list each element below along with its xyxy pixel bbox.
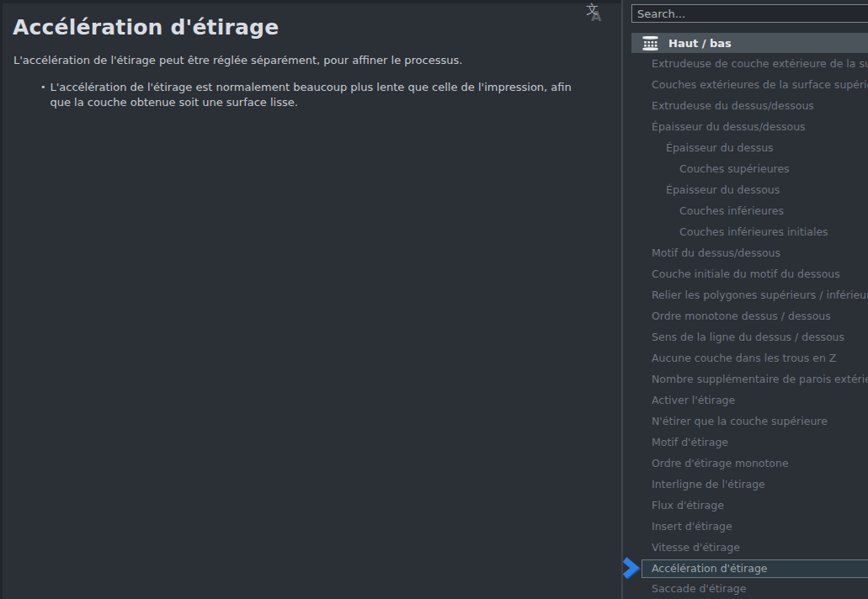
- sidebar-item-label: Ordre d'étirage monotone: [652, 457, 789, 469]
- category-header-label: Haut / bas: [668, 37, 732, 50]
- sidebar-item[interactable]: Motif d'étirage: [623, 432, 868, 453]
- sidebar-item-label: Nombre supplémentaire de parois extérieu…: [652, 373, 868, 385]
- sidebar-item[interactable]: Épaisseur du dessous: [623, 179, 868, 200]
- setting-description-panel: A 文 Accélération d'étirage L'accélératio…: [3, 3, 621, 599]
- translate-icon[interactable]: A 文: [586, 3, 604, 25]
- sidebar-item-label: Activer l'étirage: [652, 394, 735, 406]
- sidebar-item[interactable]: Ordre monotone dessus / dessous: [623, 305, 868, 326]
- sidebar-item-label: Couches extérieures de la surface supéri…: [652, 78, 868, 91]
- sidebar-item-label: Épaisseur du dessus/dessous: [652, 120, 806, 133]
- top-bottom-icon: [642, 36, 659, 50]
- sidebar-item-label: Accélération d'étirage: [652, 562, 768, 575]
- sidebar-item[interactable]: N'étirer que la couche supérieure: [623, 411, 868, 432]
- sidebar-item[interactable]: Extrudeuse de couche extérieure de la su…: [623, 53, 868, 74]
- sidebar-item-label: Motif d'étirage: [652, 436, 728, 448]
- bullet-dot: •: [40, 80, 46, 109]
- sidebar-item-label: Flux d'étirage: [652, 499, 724, 512]
- sidebar-item-label: Saccade d'étirage: [652, 582, 746, 595]
- sidebar-item[interactable]: Couches supérieures: [623, 158, 868, 179]
- sidebar-item-label: Épaisseur du dessus: [666, 141, 774, 154]
- sidebar-item-label: Sens de la ligne du dessus / dessous: [652, 331, 844, 343]
- sidebar-item-label: Épaisseur du dessous: [666, 183, 780, 196]
- sidebar-item[interactable]: Relier les polygones supérieurs / inféri…: [623, 284, 868, 305]
- sidebar-item-label: Motif du dessus/dessous: [652, 246, 780, 259]
- sidebar-item-label: N'étirer que la couche supérieure: [652, 415, 828, 427]
- sidebar-item[interactable]: Activer l'étirage: [623, 390, 868, 411]
- sidebar-item-label: Vitesse d'étirage: [652, 541, 740, 554]
- sidebar-item[interactable]: Épaisseur du dessus/dessous: [623, 116, 868, 137]
- sidebar-item-label: Extrudeuse du dessus/dessous: [652, 99, 814, 112]
- sidebar-item-label: Aucune couche dans les trous en Z: [652, 352, 836, 364]
- sidebar-item[interactable]: Couches inférieures: [623, 200, 868, 221]
- sidebar-item-label: Couches inférieures initiales: [679, 225, 828, 238]
- selected-item-chevron-icon: [621, 557, 643, 580]
- setting-description: L'accélération de l'étirage peut être ré…: [13, 54, 621, 66]
- sidebar-item[interactable]: Sens de la ligne du dessus / dessous: [623, 326, 868, 347]
- settings-item-list: Extrudeuse de couche extérieure de la su…: [623, 53, 868, 599]
- sidebar-item-label: Couche initiale du motif du dessous: [652, 268, 840, 280]
- sidebar-item[interactable]: Couches inférieures initiales: [623, 221, 868, 242]
- sidebar-item-label: Interligne de l'étirage: [652, 478, 765, 490]
- sidebar-item-label: Ordre monotone dessus / dessous: [652, 310, 831, 322]
- setting-notes-list: •L'accélération de l'étirage est normale…: [40, 80, 621, 109]
- sidebar-item-label: Relier les polygones supérieurs / inféri…: [652, 289, 868, 301]
- sidebar-item[interactable]: Ordre d'étirage monotone: [623, 453, 868, 474]
- setting-note-text: L'accélération de l'étirage est normalem…: [51, 80, 588, 109]
- setting-note: •L'accélération de l'étirage est normale…: [40, 80, 588, 109]
- sidebar-item[interactable]: Couches extérieures de la surface supéri…: [623, 74, 868, 95]
- sidebar-item-label: Extrudeuse de couche extérieure de la su…: [652, 57, 868, 70]
- sidebar-item-label: Insert d'étirage: [652, 520, 732, 533]
- sidebar-item-label: Couches inférieures: [679, 204, 784, 217]
- sidebar-item[interactable]: Épaisseur du dessus: [623, 137, 868, 158]
- sidebar-item[interactable]: Extrudeuse du dessus/dessous: [623, 95, 868, 116]
- settings-sidebar: Haut / bas Extrudeuse de couche extérieu…: [621, 0, 868, 599]
- sidebar-item[interactable]: Couche initiale du motif du dessous: [623, 263, 868, 284]
- sidebar-item-label: Couches supérieures: [679, 162, 790, 175]
- sidebar-item[interactable]: Nombre supplémentaire de parois extérieu…: [623, 368, 868, 390]
- sidebar-item[interactable]: Flux d'étirage: [623, 495, 868, 516]
- sidebar-item[interactable]: Aucune couche dans les trous en Z: [623, 347, 868, 368]
- sidebar-item[interactable]: Vitesse d'étirage: [623, 537, 868, 558]
- sidebar-item-selected[interactable]: Accélération d'étirage: [642, 559, 868, 578]
- sidebar-item[interactable]: Saccade d'étirage: [623, 578, 868, 599]
- sidebar-item[interactable]: Insert d'étirage: [623, 516, 868, 537]
- search-input[interactable]: [631, 4, 868, 23]
- sidebar-item[interactable]: Motif du dessus/dessous: [623, 242, 868, 263]
- translate-icon-wen: 文: [586, 2, 599, 18]
- category-header-haut-bas[interactable]: Haut / bas: [631, 33, 868, 53]
- sidebar-item[interactable]: Interligne de l'étirage: [623, 474, 868, 495]
- page-title: Accélération d'étirage: [13, 15, 621, 40]
